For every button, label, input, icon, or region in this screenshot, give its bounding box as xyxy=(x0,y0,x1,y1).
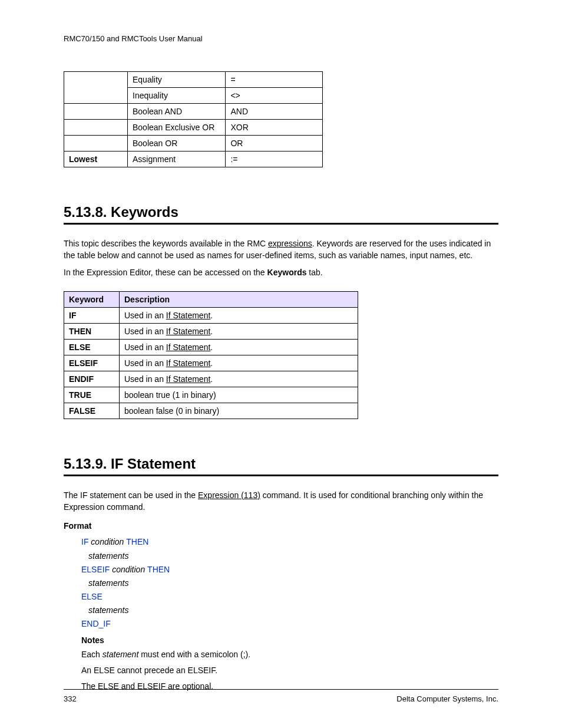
format-label: Format xyxy=(64,521,498,531)
table-row: Boolean AND AND xyxy=(64,104,323,120)
table-row: Lowest Assignment := xyxy=(64,151,323,167)
if-statement-link[interactable]: If Statement xyxy=(166,374,210,384)
note-line: Each statement must end with a semicolon… xyxy=(81,648,498,661)
company-name: Delta Computer Systems, Inc. xyxy=(396,694,498,703)
page-header: RMC70/150 and RMCTools User Manual xyxy=(64,34,498,43)
table-row: ENDIFUsed in an If Statement. xyxy=(64,371,358,387)
table-row: Boolean OR OR xyxy=(64,136,323,151)
section-heading-if-statement: 5.13.9. IF Statement xyxy=(64,456,498,476)
table-row: TRUEboolean true (1 in binary) xyxy=(64,387,358,403)
if-statement-link[interactable]: If Statement xyxy=(166,358,210,368)
precedence-table: Equality = Inequality <> Boolean AND AND… xyxy=(64,71,323,167)
if-statement-link[interactable]: If Statement xyxy=(166,311,210,320)
code-block: IF condition THEN statements ELSEIF cond… xyxy=(81,535,498,631)
table-row: IFUsed in an If Statement. xyxy=(64,307,358,323)
expression-113-link[interactable]: Expression (113) xyxy=(198,490,260,500)
notes-label: Notes xyxy=(81,635,498,645)
keywords-table: Keyword Description IFUsed in an If Stat… xyxy=(64,291,358,419)
note-line: An ELSE cannot precede an ELSEIF. xyxy=(81,664,498,677)
table-row: Equality = xyxy=(64,72,323,88)
table-row: THENUsed in an If Statement. xyxy=(64,323,358,339)
table-row: ELSEUsed in an If Statement. xyxy=(64,339,358,355)
table-row: Boolean Exclusive OR XOR xyxy=(64,120,323,136)
expressions-link[interactable]: expressions xyxy=(268,239,312,248)
section1-para1: This topic describes the keywords availa… xyxy=(64,238,498,262)
table-row: FALSEboolean false (0 in binary) xyxy=(64,403,358,419)
section-heading-keywords: 5.13.8. Keywords xyxy=(64,204,498,225)
if-statement-link[interactable]: If Statement xyxy=(166,342,210,352)
table-header-row: Keyword Description xyxy=(64,291,358,307)
if-statement-link[interactable]: If Statement xyxy=(166,327,210,336)
page-number: 332 xyxy=(64,694,77,703)
table-row: ELSEIFUsed in an If Statement. xyxy=(64,355,358,371)
page-footer: 332 Delta Computer Systems, Inc. xyxy=(64,689,498,703)
section2-para1: The IF statement can be used in the Expr… xyxy=(64,489,498,513)
section1-para2: In the Expression Editor, these can be a… xyxy=(64,266,498,278)
